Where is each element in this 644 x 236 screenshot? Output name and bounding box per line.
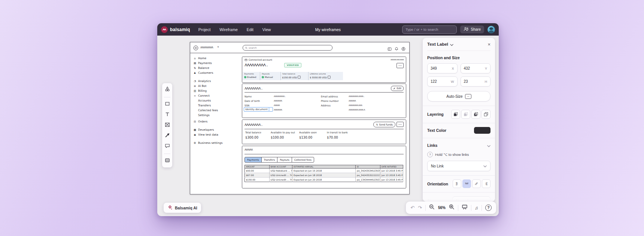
mock-nav-analytics[interactable]: ◔Analytics: [193, 79, 240, 84]
mock-account-name-squiggle[interactable]: ʌʌʌʌʌʌʌʌʌ .: [244, 62, 267, 67]
mock-nav-payments[interactable]: ▤Payments: [193, 61, 240, 66]
mock-sidebar-nav[interactable]: ⌂Home ▤Payments ⇅Balance ♟Customers ◔Ana…: [193, 56, 240, 145]
menu-wireframe[interactable]: Wireframe: [219, 27, 237, 32]
mock-payouts-table[interactable]: AMOUNT BANK ACCOUNT ESTIMATED ARRIVAL ID…: [244, 165, 403, 182]
mock-field-dob-value[interactable]: ʌʌʌʌʌʌʌ: [274, 99, 282, 102]
mock-tab-transfers[interactable]: Transfers: [261, 157, 278, 163]
mock-field-email-label[interactable]: Email address: [321, 95, 338, 98]
zoom-level[interactable]: 56%: [438, 206, 446, 210]
rectangle-tool-icon[interactable]: [165, 101, 170, 108]
mock-account-more-button[interactable]: •••: [397, 63, 404, 68]
mock-nav-developers[interactable]: ▦Developers: [193, 127, 240, 132]
selected-text-label-element[interactable]: Identity document: [244, 107, 273, 112]
mock-bell-icon[interactable]: [395, 45, 398, 52]
comment-tool-icon[interactable]: [165, 143, 170, 150]
mock-field-ssn-label[interactable]: SSN: [244, 104, 249, 107]
mock-field-address-label[interactable]: Address: [321, 104, 331, 107]
mock-nav-collected-fees[interactable]: Collected fees: [193, 108, 240, 113]
mock-field-name-label[interactable]: Name: [244, 95, 252, 98]
zoom-out-icon[interactable]: [429, 204, 435, 211]
table-row[interactable]: $50.00 USD Robobank ... 741 Expected on …: [245, 169, 403, 173]
menu-edit[interactable]: Edit: [247, 27, 253, 32]
width-field[interactable]: 122W: [427, 76, 458, 87]
presentation-icon[interactable]: [462, 204, 468, 211]
link-target-select[interactable]: No Link: [427, 161, 490, 171]
mock-field-address-value-line2[interactable]: ʌʌʌʌʌʌʌʌ ʌʌʌʌ ʌ: [349, 108, 365, 111]
mock-activity-title-squiggle[interactable]: ʌʌʌʌʌ: [244, 148, 253, 151]
data-grid-tool-icon[interactable]: [165, 158, 170, 164]
mock-nav-orders[interactable]: ⊟Orders: [193, 119, 240, 124]
panel-close-icon[interactable]: ×: [487, 42, 490, 47]
mock-search-input[interactable]: search: [243, 45, 332, 51]
user-avatar[interactable]: [487, 26, 495, 33]
orientation-diagonal-button[interactable]: TXT: [472, 179, 481, 188]
bring-forward-icon[interactable]: [451, 110, 460, 119]
project-title[interactable]: My wireframes: [315, 27, 341, 32]
mock-logo-icon[interactable]: [193, 45, 198, 52]
mock-nav-customers[interactable]: ♟Customers: [193, 70, 240, 75]
mock-tab-payments[interactable]: Payments: [244, 157, 262, 163]
redo-icon[interactable]: ↷: [418, 205, 422, 210]
mock-tab-collected-fees[interactable]: Collected fees: [292, 157, 314, 163]
balsamiq-ai-button[interactable]: Balsamiq AI: [164, 203, 201, 213]
selection-handle[interactable]: [269, 107, 273, 112]
mock-field-dob-label[interactable]: Date of birth: [244, 100, 260, 103]
mock-nav-ai-bot[interactable]: ⊛AI Bot: [193, 84, 240, 88]
mock-nav-settings[interactable]: Settings: [193, 113, 240, 118]
zoom-in-icon[interactable]: [449, 204, 455, 211]
menu-view[interactable]: View: [262, 27, 271, 32]
music-notes-icon[interactable]: ♫: [475, 206, 478, 210]
global-search-input[interactable]: [402, 25, 457, 34]
send-backward-icon[interactable]: [461, 110, 470, 119]
bring-to-front-icon[interactable]: [471, 110, 480, 119]
orientation-vertical-down-button[interactable]: TXT: [482, 179, 490, 188]
mock-user-icon[interactable]: [401, 45, 405, 52]
mock-nav-transfers[interactable]: Transfers: [193, 103, 240, 108]
mock-field-address-value[interactable]: ʌʌʌʌʌʌʌʌ ʌʌʌ: [349, 104, 362, 107]
mock-balance-more-button[interactable]: •••: [397, 122, 404, 127]
ui-library-icon[interactable]: [165, 86, 170, 93]
mock-nav-connect[interactable]: ∞Connect: [193, 93, 240, 98]
mock-field-phone-value[interactable]: ʌʌʌʌʌʌ: [349, 99, 356, 102]
mock-nav-billing[interactable]: ▥Billing: [193, 88, 240, 93]
mock-org-name-squiggle[interactable]: ʌʌʌʌʌʌʌʌʌ: [200, 46, 213, 49]
mock-nav-view-test-data[interactable]: ◉View test data: [193, 132, 240, 137]
text-tool-icon[interactable]: [165, 112, 170, 118]
mock-activity-card[interactable]: ʌʌʌʌʌ Payments Transfers Payouts Collect…: [242, 146, 406, 188]
table-row[interactable]: $67.00 USD Unicredit ... 7412 Expected o…: [245, 173, 403, 178]
mock-connected-account-card[interactable]: Connected account ʌʌʌʌʌʌʌʌʌ . VERIFIED ʌ…: [242, 57, 406, 83]
mock-nav-accounts[interactable]: Accounts: [193, 98, 240, 103]
y-position-field[interactable]: 432Y: [461, 63, 491, 73]
mock-layout-columns-icon[interactable]: [388, 45, 392, 52]
height-field[interactable]: 23H: [461, 76, 491, 87]
mock-field-ssn-value[interactable]: ʌʌʌʌʌ: [274, 104, 280, 107]
balsamiq-logo-icon[interactable]: [161, 26, 168, 33]
element-type-chevron-down-icon[interactable]: [450, 41, 453, 48]
mock-send-funds-button[interactable]: ⇅ Send funds: [373, 122, 395, 127]
mock-nav-balance[interactable]: ⇅Balance: [193, 66, 240, 70]
menu-project[interactable]: Project: [198, 27, 211, 32]
text-color-swatch[interactable]: [474, 127, 490, 134]
x-position-field[interactable]: 349X: [427, 63, 458, 73]
mock-tab-payouts[interactable]: Payouts: [277, 157, 292, 163]
mock-balance-title-squiggle[interactable]: ʌʌʌʌʌʌʌʌ .: [244, 122, 262, 127]
mock-app-header[interactable]: ʌʌʌʌʌʌʌʌʌ ∨ search: [190, 42, 409, 53]
mock-field-name-value[interactable]: ʌʌʌʌʌʌʌʌʌ .: [274, 95, 285, 98]
mock-field-phone-label[interactable]: Phone number: [321, 100, 339, 103]
mock-field-email-value[interactable]: ʌʌʌʌʌʌʌʌ ʌʌʌʌ .: [349, 95, 364, 98]
arrow-tool-icon[interactable]: [165, 133, 170, 139]
orientation-vertical-up-button[interactable]: TXT: [453, 179, 461, 188]
mock-org-chevron-down-icon[interactable]: ∨: [217, 45, 219, 48]
wireframe-canvas[interactable]: ʌʌʌʌʌʌʌʌʌ ∨ search ⌂Home ▤Payments: [190, 42, 410, 194]
mock-details-title-squiggle[interactable]: ʌʌʌʌʌʌʌʌ .: [244, 86, 262, 91]
links-chevron-down-icon[interactable]: [487, 142, 490, 149]
share-button[interactable]: Share: [460, 25, 484, 33]
mock-nav-home[interactable]: ⌂Home: [193, 56, 240, 61]
help-button[interactable]: ?: [485, 205, 492, 211]
auto-size-button[interactable]: Auto-Size ↔: [427, 91, 490, 102]
mock-edit-button[interactable]: Edit: [391, 86, 404, 91]
mock-details-card[interactable]: ʌʌʌʌʌʌʌʌ . Edit Name ʌʌʌʌʌʌʌʌʌ . Date of…: [242, 84, 406, 118]
mock-field-identity-value[interactable]: ʌʌʌʌʌʌʌ: [274, 108, 282, 111]
orientation-horizontal-button[interactable]: TXT: [462, 179, 471, 188]
mock-balance-card[interactable]: ʌʌʌʌʌʌʌʌ . ⇅ Send funds ••• Total balanc…: [242, 119, 406, 144]
